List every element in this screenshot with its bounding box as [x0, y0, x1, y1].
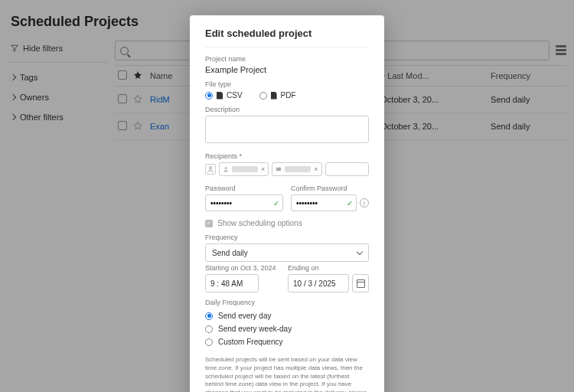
password-input[interactable]: [205, 194, 283, 211]
scheduling-note: Scheduled projects will be sent based on…: [205, 356, 369, 392]
recipient-chip[interactable]: ×: [272, 162, 321, 176]
label-description: Description: [205, 106, 369, 113]
start-time-input[interactable]: 9 : 48 AM: [205, 274, 259, 292]
label-project-name: Project name: [205, 55, 369, 63]
recipients-input[interactable]: [325, 162, 369, 176]
chevron-down-icon: [357, 249, 363, 255]
file-icon: [271, 92, 277, 100]
edit-project-modal: Edit scheduled project Project name Exam…: [190, 15, 384, 392]
end-date-input[interactable]: 10 / 3 / 2025: [288, 274, 349, 292]
mail-icon: [276, 166, 282, 172]
svg-rect-2: [276, 168, 281, 172]
radio-icon: [259, 92, 267, 100]
svg-point-1: [225, 167, 227, 169]
check-icon: ✓: [347, 199, 353, 207]
daily-weekday-radio[interactable]: Send every week-day: [205, 322, 369, 335]
recipient-chip[interactable]: ×: [219, 162, 269, 176]
frequency-select[interactable]: Send daily: [205, 243, 369, 262]
label-ending-on: Ending on: [288, 264, 369, 272]
label-file-type: File type: [205, 80, 369, 88]
radio-selected-icon: [205, 92, 213, 100]
daily-every-day-radio[interactable]: Send every day: [205, 309, 369, 322]
info-icon[interactable]: i: [360, 198, 369, 207]
label-frequency: Frequency: [205, 234, 369, 241]
radio-icon: [205, 338, 213, 346]
label-password: Password: [205, 185, 283, 192]
checkbox-checked-icon: ✓: [205, 220, 213, 227]
check-icon: ✓: [273, 199, 279, 207]
label-confirm-password: Confirm Password: [291, 185, 369, 192]
add-recipient-button[interactable]: [205, 164, 216, 175]
project-name-value: Example Project: [205, 65, 369, 74]
daily-custom-radio[interactable]: Custom Frequency: [205, 335, 369, 348]
radio-icon: [205, 325, 213, 333]
radio-selected-icon: [205, 312, 213, 320]
filetype-csv-radio[interactable]: CSV: [205, 91, 243, 100]
filetype-pdf-radio[interactable]: PDF: [259, 91, 296, 100]
label-recipients: Recipients *: [205, 152, 369, 160]
calendar-button[interactable]: [352, 274, 369, 292]
label-daily-frequency: Daily Frequency: [205, 299, 369, 306]
calendar-icon: [357, 279, 365, 288]
show-scheduling-checkbox[interactable]: ✓Show scheduling options: [205, 219, 369, 227]
label-starting-on: Starting on Oct 3, 2024: [205, 264, 280, 272]
description-input[interactable]: [205, 116, 369, 143]
file-icon: [217, 92, 223, 100]
person-icon: [223, 166, 229, 172]
remove-chip-icon[interactable]: ×: [261, 165, 265, 173]
svg-point-0: [209, 167, 211, 169]
remove-chip-icon[interactable]: ×: [314, 165, 318, 173]
modal-title: Edit scheduled project: [205, 28, 369, 47]
